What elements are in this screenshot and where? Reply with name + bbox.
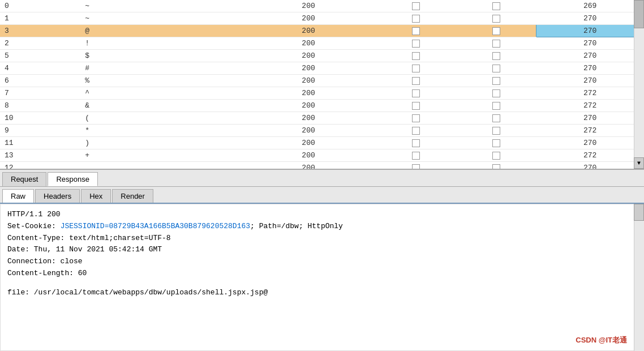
tab-inner-raw[interactable]: Raw <box>2 189 34 203</box>
row-checkbox2[interactable] <box>456 50 536 62</box>
row-char: ~ <box>80 0 241 12</box>
row-checkbox1[interactable] <box>376 162 456 170</box>
row-checkbox1[interactable] <box>376 12 456 25</box>
row-status: 200 <box>242 125 376 137</box>
row-checkbox1[interactable] <box>376 87 456 100</box>
row-checkbox1[interactable] <box>376 0 456 12</box>
row-id: 2 <box>0 37 80 50</box>
bottom-section: RequestResponse RawHeadersHexRender HTTP… <box>0 170 644 351</box>
results-table: 0~2002691~2002703@2002702!2002705$200270… <box>0 0 644 170</box>
row-status: 200 <box>242 37 376 50</box>
table-row[interactable]: 13+200272 <box>0 149 644 162</box>
row-id: 1 <box>0 12 80 25</box>
tab-request[interactable]: Request <box>2 172 46 186</box>
row-checkbox2[interactable] <box>456 125 536 137</box>
table-row[interactable]: 6%200270 <box>0 75 644 87</box>
table-row[interactable]: 4#200270 <box>0 62 644 75</box>
table-row[interactable]: 1~200270 <box>0 12 644 25</box>
row-checkbox2[interactable] <box>456 87 536 100</box>
table-row[interactable]: 0~200269 <box>0 0 644 12</box>
row-status: 200 <box>242 162 376 170</box>
row-checkbox1[interactable] <box>376 75 456 87</box>
row-id: 6 <box>0 75 80 87</box>
row-checkbox1[interactable] <box>376 62 456 75</box>
row-checkbox2[interactable] <box>456 162 536 170</box>
row-id: 0 <box>0 0 80 12</box>
row-checkbox2[interactable] <box>456 37 536 50</box>
table-row[interactable]: 11)200270 <box>0 137 644 149</box>
row-length: 270 <box>536 137 644 149</box>
row-char <box>80 162 241 170</box>
row-id: 7 <box>0 87 80 100</box>
row-checkbox2[interactable] <box>456 137 536 149</box>
table-scrollbar[interactable]: ▼ <box>634 0 644 169</box>
row-status: 200 <box>242 112 376 125</box>
response-line <box>7 280 637 287</box>
table-row[interactable]: 5$200270 <box>0 50 644 62</box>
row-char: # <box>80 62 241 75</box>
request-response-tabs: RequestResponse <box>0 170 644 187</box>
tab-inner-headers[interactable]: Headers <box>35 189 80 203</box>
table-row[interactable]: 8&200272 <box>0 100 644 112</box>
row-length: 272 <box>536 149 644 162</box>
tab-inner-render[interactable]: Render <box>112 189 153 203</box>
response-line: Connection: close <box>7 256 637 268</box>
response-line: file: /usr/local/tomcat/webapps/dbw/uplo… <box>7 287 637 299</box>
table-row[interactable]: 12200270 <box>0 162 644 170</box>
row-status: 200 <box>242 87 376 100</box>
tab-inner-hex[interactable]: Hex <box>81 189 111 203</box>
row-char: ) <box>80 137 241 149</box>
row-checkbox1[interactable] <box>376 112 456 125</box>
row-checkbox2[interactable] <box>456 25 536 37</box>
row-checkbox1[interactable] <box>376 50 456 62</box>
row-status: 200 <box>242 100 376 112</box>
tab-response[interactable]: Response <box>48 172 98 186</box>
row-checkbox1[interactable] <box>376 125 456 137</box>
row-id: 4 <box>0 62 80 75</box>
row-char: @ <box>80 25 241 37</box>
scrollbar-down-arrow[interactable]: ▼ <box>634 157 644 169</box>
response-line: Content-Length: 60 <box>7 268 637 280</box>
row-status: 200 <box>242 25 376 37</box>
row-checkbox2[interactable] <box>456 75 536 87</box>
table-row[interactable]: 10(200270 <box>0 112 644 125</box>
row-length: 272 <box>536 87 644 100</box>
row-checkbox1[interactable] <box>376 149 456 162</box>
row-checkbox2[interactable] <box>456 0 536 12</box>
row-char: * <box>80 125 241 137</box>
table-row[interactable]: 3@200270 <box>0 25 644 37</box>
response-scrollbar[interactable] <box>634 204 644 351</box>
row-checkbox1[interactable] <box>376 25 456 37</box>
table-row[interactable]: 9*200272 <box>0 125 644 137</box>
row-char: + <box>80 149 241 162</box>
response-line: Set-Cookie: JSESSIONID=08729B43A166B5BA3… <box>7 221 637 233</box>
row-length: 270 <box>536 12 644 25</box>
row-checkbox2[interactable] <box>456 112 536 125</box>
row-checkbox2[interactable] <box>456 12 536 25</box>
row-length: 272 <box>536 125 644 137</box>
row-checkbox1[interactable] <box>376 37 456 50</box>
scrollbar-thumb[interactable] <box>634 0 644 28</box>
row-status: 200 <box>242 12 376 25</box>
row-length: 272 <box>536 100 644 112</box>
response-scroll-thumb[interactable] <box>634 204 644 221</box>
row-status: 200 <box>242 0 376 12</box>
row-status: 200 <box>242 50 376 62</box>
row-checkbox1[interactable] <box>376 100 456 112</box>
row-char: & <box>80 100 241 112</box>
row-checkbox1[interactable] <box>376 137 456 149</box>
row-id: 8 <box>0 100 80 112</box>
row-id: 5 <box>0 50 80 62</box>
session-id-value: JSESSIONID=08729B43A166B5BA30B879620528D… <box>61 222 250 230</box>
row-checkbox2[interactable] <box>456 62 536 75</box>
table-row[interactable]: 2!200270 <box>0 37 644 50</box>
row-checkbox2[interactable] <box>456 149 536 162</box>
table-row[interactable]: 7^200272 <box>0 87 644 100</box>
row-status: 200 <box>242 137 376 149</box>
row-checkbox2[interactable] <box>456 100 536 112</box>
row-char: ( <box>80 112 241 125</box>
row-length: 270 <box>536 75 644 87</box>
row-char: ! <box>80 37 241 50</box>
row-id: 13 <box>0 149 80 162</box>
row-id: 12 <box>0 162 80 170</box>
